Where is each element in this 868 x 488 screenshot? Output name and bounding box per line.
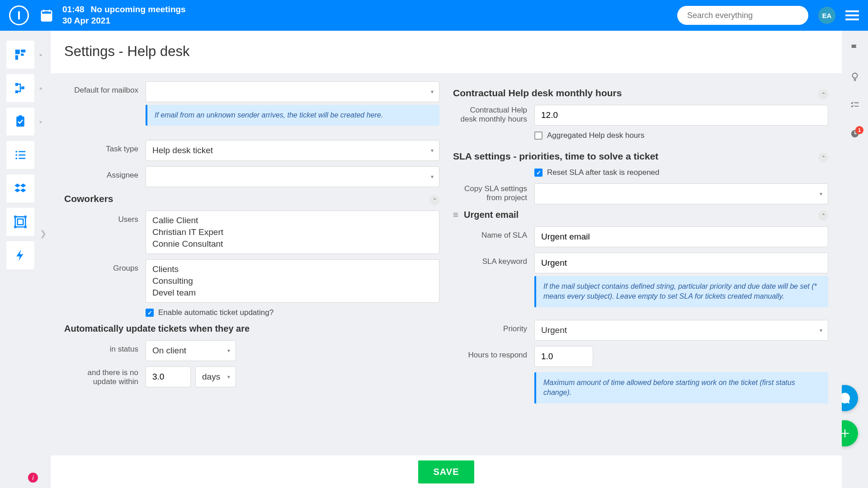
svg-rect-10 [15,90,18,93]
enable-auto-label: Enable automatic ticket updating? [158,308,274,317]
avatar[interactable]: EA [818,7,835,24]
chevron-right-icon: ▸ [40,118,42,125]
svg-rect-12 [16,117,24,127]
priority-select[interactable]: Urgent [534,320,828,341]
header-time: 01:48 [62,4,85,15]
list-item[interactable]: Connie Consultant [146,238,439,250]
aggregated-checkbox[interactable] [534,131,542,140]
svg-rect-5 [15,50,20,54]
groups-list[interactable]: Clients Consulting Devel team [146,259,439,303]
name-sla-label: Name of SLA [453,226,534,240]
svg-rect-29 [854,133,857,134]
svg-rect-25 [24,226,27,228]
sidebar-item-dashboard[interactable]: ▸ [6,41,34,69]
contractual-input[interactable] [534,105,828,126]
footer-bar: SAVE [64,455,828,488]
list-item[interactable]: Christian IT Expert [146,226,439,238]
contractual-title: Contractual Help desk monthly hours ⌃ [453,88,828,99]
svg-rect-22 [14,216,16,218]
hamburger-menu[interactable] [845,8,859,23]
collapse-sla[interactable]: ⌃ [818,153,828,163]
in-status-select[interactable]: On client [146,340,236,361]
sidebar-left: ▸ ▸ ▸ ❯ i [0,31,51,488]
svg-point-26 [853,73,858,78]
groups-label: Groups [64,259,146,273]
list-item[interactable]: Consulting [146,275,439,287]
urgent-subtitle: Urgent email ⌃ [464,210,828,220]
auto-update-title: Automatically update tickets when they a… [64,324,439,334]
svg-point-18 [15,158,17,160]
right-column: Contractual Help desk monthly hours ⌃ Co… [453,81,828,447]
collapse-urgent[interactable]: ⌃ [818,211,828,221]
no-update-value-input[interactable] [146,366,191,387]
svg-point-14 [15,151,17,153]
collapse-contractual[interactable]: ⌃ [818,89,828,99]
sidebar-item-dropbox[interactable] [6,174,34,202]
default-mailbox-label: Default for mailbox [64,81,146,95]
header-date: 30 Apr 2021 [62,15,186,27]
dropbox-icon [14,182,27,195]
sidebar-expand[interactable]: ❯ [40,229,47,239]
notification-count: 1 [855,126,863,134]
sidebar-item-tasks[interactable]: ▸ [6,108,34,136]
lightbulb-icon[interactable] [850,72,860,84]
sidebar-item-list[interactable] [6,141,34,169]
svg-rect-9 [15,83,18,86]
assignee-select[interactable] [146,166,439,187]
no-update-unit-select[interactable]: days [195,366,236,387]
sidebar-right: 1 [842,37,868,141]
page-title: Settings - Help desk [64,43,828,60]
sidebar-item-hierarchy[interactable]: ▸ [6,74,34,102]
no-update-label: and there is no update within [64,366,146,386]
clipboard-check-icon [14,115,27,128]
copy-sla-select[interactable] [534,183,828,204]
app-logo[interactable] [9,5,29,25]
coworkers-title: Coworkers ⌃ [64,193,439,204]
users-list[interactable]: Callie Client Christian IT Expert Connie… [146,211,439,254]
svg-rect-6 [21,50,25,52]
enable-auto-checkbox[interactable] [146,309,154,317]
dashboard-icon [14,48,27,61]
sidebar-item-bolt[interactable] [6,241,34,269]
svg-rect-15 [19,151,25,152]
name-sla-input[interactable] [534,226,828,247]
content-area: Default for mailbox If email from an unk… [51,73,842,455]
save-button[interactable]: SAVE [418,460,475,483]
info-badge[interactable]: i [28,473,38,483]
sidebar-item-group[interactable] [6,208,34,236]
list-item[interactable]: Clients [146,263,439,275]
sla-title: SLA settings - priorities, time to solve… [453,151,828,162]
contractual-label: Contractual Help desk monthly hours [453,105,534,124]
mailbox-info-banner: If email from an unknown sender arrives,… [146,105,439,126]
notifications-icon[interactable]: 1 [850,129,860,141]
default-mailbox-select[interactable] [146,81,439,102]
list-icon [14,148,27,162]
copy-sla-label: Copy SLA settings from project [453,183,534,202]
svg-rect-8 [15,55,18,60]
header-meetings: No upcoming meetings [91,4,186,15]
hierarchy-icon [14,81,27,95]
hours-respond-input[interactable] [534,346,593,367]
collapse-coworkers[interactable]: ⌃ [429,195,439,205]
search-input[interactable] [677,6,808,25]
bolt-icon [14,249,27,262]
sla-keyword-input[interactable] [534,253,828,273]
checklist-icon[interactable] [850,100,860,113]
hours-respond-label: Hours to respond [453,346,534,360]
list-item[interactable]: Callie Client [146,215,439,226]
reset-sla-label: Reset SLA after task is reopened [547,168,660,177]
flag-icon[interactable] [850,43,860,56]
svg-point-16 [15,154,17,156]
chevron-right-icon: ▸ [40,85,42,91]
calendar-icon[interactable] [40,9,53,22]
svg-rect-20 [15,217,26,227]
sla-keyword-label: SLA keyword [453,253,534,266]
task-type-select[interactable]: Help desk ticket [146,140,439,161]
reset-sla-checkbox[interactable] [534,169,542,177]
list-item[interactable]: Devel team [146,287,439,299]
group-select-icon [14,215,27,229]
svg-rect-24 [14,226,16,228]
svg-rect-21 [18,219,24,225]
svg-rect-11 [22,86,24,89]
aggregated-label: Aggregated Help desk hours [547,131,644,140]
